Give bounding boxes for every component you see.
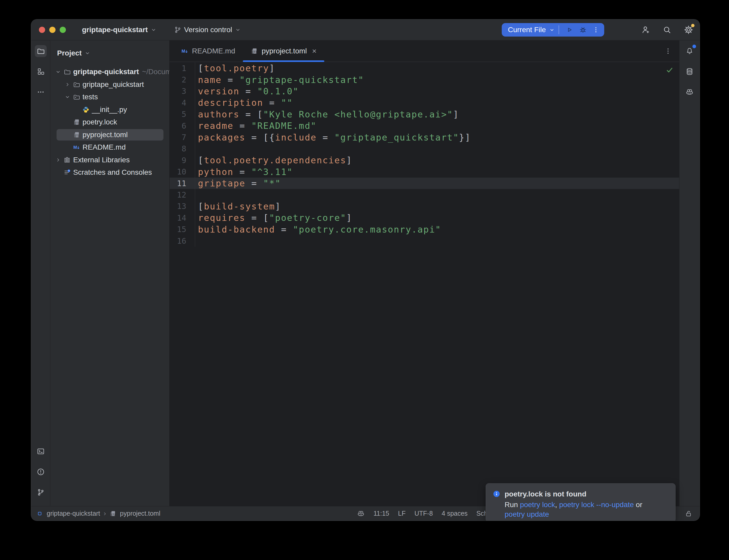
tool-strip-button-terminal[interactable] — [35, 445, 47, 457]
tool-strip-button-version-control[interactable] — [35, 486, 47, 498]
chevron-right-icon — [55, 157, 61, 163]
chevron-down-icon[interactable] — [63, 94, 72, 100]
code-line-13[interactable]: 13[build-system] — [170, 201, 679, 212]
run-config-selector[interactable]: Current File — [508, 26, 546, 34]
inspections-ok-check-icon[interactable] — [666, 66, 674, 74]
code-line-15[interactable]: 15build-backend = "poetry.core.masonry.a… — [170, 223, 679, 235]
tree-item-external-libraries[interactable]: External Libraries — [50, 154, 169, 166]
tree-item-griptape-quickstart[interactable]: griptape-quickstart~/Docume — [50, 66, 169, 78]
tool-strip-button-more-tools[interactable] — [35, 86, 47, 98]
tool-strip-button-problems[interactable] — [35, 466, 47, 478]
code-text: [tool.poetry.dependencies] — [195, 155, 352, 165]
code-line-2[interactable]: 2name = "griptape-quickstart" — [170, 74, 679, 85]
code-line-4[interactable]: 4description = "" — [170, 97, 679, 108]
tree-item-readme-md[interactable]: README.md — [50, 141, 169, 154]
chevron-down-icon[interactable] — [549, 27, 555, 33]
scratches-icon — [64, 169, 71, 176]
tree-item-path-suffix: ~/Docume — [142, 68, 169, 76]
tree-item-griptape-quickstart[interactable]: griptape_quickstart — [50, 78, 169, 91]
code-line-3[interactable]: 3version = "0.1.0" — [170, 86, 679, 97]
line-number: 8 — [170, 143, 195, 155]
tree-item-poetry-lock[interactable]: poetry.lock — [50, 116, 169, 129]
run-button[interactable] — [565, 26, 574, 34]
code-text: [tool.poetry] — [195, 63, 275, 73]
debug-button[interactable] — [579, 26, 587, 34]
poetry-update-link[interactable]: poetry update — [505, 510, 549, 518]
tree-item-label: Scratches and Consoles — [73, 168, 152, 177]
tree-item-tests[interactable]: tests — [50, 91, 169, 103]
code-line-5[interactable]: 5authors = ["Kyle Roche <hello@griptape.… — [170, 109, 679, 120]
code-line-12[interactable]: 12 — [170, 189, 679, 200]
code-text: name = "griptape-quickstart" — [195, 75, 364, 85]
line-number: 5 — [170, 109, 195, 120]
project-panel-header[interactable]: Project — [50, 40, 169, 66]
right-tool-strip — [679, 40, 700, 506]
line-number: 9 — [170, 155, 195, 166]
poetry-lock-link[interactable]: poetry lock — [520, 501, 555, 509]
line-ending-indicator[interactable]: LF — [398, 510, 406, 517]
vcs-widget[interactable]: Version control — [174, 26, 241, 34]
tool-strip-button-structure[interactable] — [35, 66, 47, 78]
code-line-16[interactable]: 16 — [170, 235, 679, 247]
tool-strip-button-database[interactable] — [684, 66, 696, 78]
chevron-down-icon[interactable] — [54, 69, 62, 75]
tree-item--init-py[interactable]: __init__.py — [50, 103, 169, 116]
code-line-11[interactable]: 11griptape = "*" — [170, 178, 679, 189]
minimize-window-button[interactable] — [49, 27, 55, 33]
code-text: python = "^3.11" — [195, 167, 293, 177]
project-selector-label: griptape-quickstart — [82, 26, 148, 34]
search-icon — [662, 25, 672, 34]
tree-item-scratches-and-consoles[interactable]: Scratches and Consoles — [50, 166, 169, 179]
tree-item-label: griptape_quickstart — [82, 80, 144, 89]
chevron-down-icon — [64, 94, 71, 100]
database-icon — [685, 67, 694, 76]
project-tree: griptape-quickstart~/Documegriptape_quic… — [50, 66, 169, 506]
unlock-icon[interactable] — [685, 510, 692, 517]
code-line-14[interactable]: 14requires = ["poetry-core"] — [170, 212, 679, 223]
chevron-right-icon[interactable] — [63, 81, 72, 88]
code-line-8[interactable]: 8 — [170, 143, 679, 155]
chevron-right-icon[interactable] — [54, 157, 62, 163]
markdown-icon — [73, 144, 80, 151]
toml-icon — [73, 118, 80, 126]
line-number: 2 — [170, 74, 195, 85]
editor-options-icon[interactable] — [664, 47, 672, 55]
search-everywhere-button[interactable] — [662, 25, 672, 34]
code-with-me-button[interactable] — [641, 25, 650, 34]
code-line-9[interactable]: 9[tool.poetry.dependencies] — [170, 155, 679, 166]
zoom-window-button[interactable] — [60, 27, 66, 33]
editor[interactable]: 1[tool.poetry]2name = "griptape-quicksta… — [170, 62, 679, 506]
close-window-button[interactable] — [39, 27, 45, 33]
caret-position[interactable]: 11:15 — [374, 510, 390, 517]
code-line-10[interactable]: 10python = "^3.11" — [170, 166, 679, 178]
poetry-lock-no-update-link[interactable]: poetry lock --no-update — [559, 501, 634, 509]
line-number: 3 — [170, 86, 195, 97]
markdown-icon — [73, 144, 80, 151]
breadcrumb-project[interactable]: griptape-quickstart — [47, 510, 100, 517]
library-icon — [64, 156, 71, 164]
encoding-indicator[interactable]: UTF-8 — [414, 510, 433, 517]
bell-icon — [685, 47, 694, 55]
indent-indicator[interactable]: 4 spaces — [442, 510, 468, 517]
project-selector[interactable]: griptape-quickstart — [82, 26, 157, 34]
tool-strip-button-notifications[interactable] — [684, 45, 696, 57]
close-tab-icon[interactable]: × — [312, 47, 317, 55]
tab-readme-md[interactable]: README.md — [173, 40, 243, 62]
git-branch-icon — [37, 488, 45, 496]
tool-strip-button-project[interactable] — [35, 45, 47, 57]
ai-assistant-status-icon[interactable] — [357, 510, 365, 517]
line-number: 12 — [170, 189, 195, 200]
tree-item-pyproject-toml[interactable]: pyproject.toml — [50, 129, 169, 141]
tab-pyproject-toml[interactable]: pyproject.toml× — [243, 40, 324, 62]
run-more-options-button[interactable] — [592, 26, 600, 33]
code-line-7[interactable]: 7packages = [{include = "griptape_quicks… — [170, 131, 679, 143]
line-number: 14 — [170, 212, 195, 223]
line-number: 4 — [170, 97, 195, 108]
settings-button[interactable] — [684, 25, 693, 35]
tool-strip-button-ai-assistant[interactable] — [684, 86, 696, 98]
code-line-1[interactable]: 1[tool.poetry] — [170, 62, 679, 74]
more-icon — [37, 88, 45, 96]
breadcrumb-file[interactable]: pyproject.toml — [120, 510, 160, 517]
titlebar-actions — [641, 25, 693, 35]
code-line-6[interactable]: 6readme = "README.md" — [170, 120, 679, 131]
